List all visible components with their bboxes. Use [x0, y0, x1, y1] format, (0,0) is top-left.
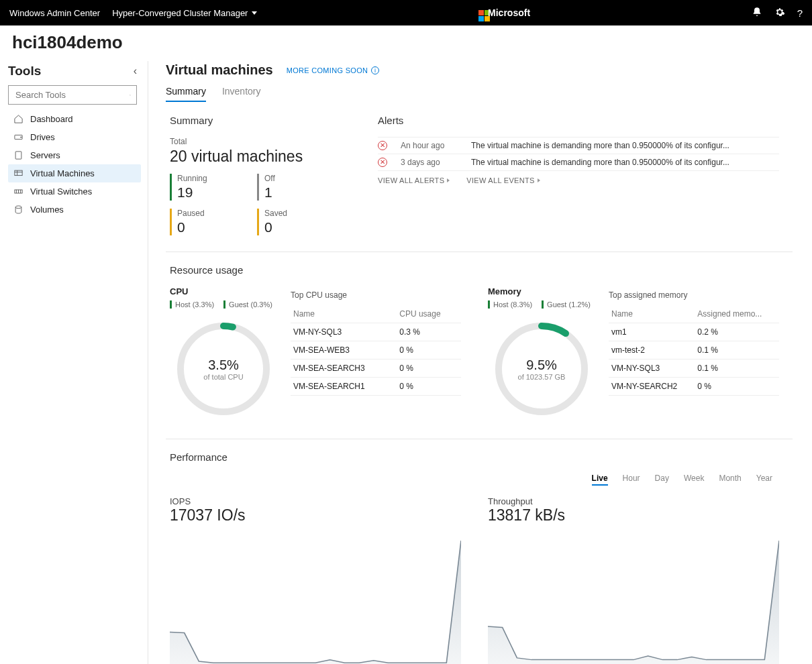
cpu-host-legend: Host (3.3%) [170, 300, 214, 309]
drive-icon [13, 132, 23, 142]
nav-drives[interactable]: Drives [8, 128, 141, 146]
table-row[interactable]: VM-NY-SQL30.3 % [291, 323, 461, 341]
main-content: Virtual machines MORE COMING SOON i Summ… [148, 61, 793, 664]
settings-gear-icon[interactable] [774, 7, 785, 19]
help-icon[interactable]: ? [797, 7, 803, 19]
nav-virtual-machines[interactable]: Virtual Machines [8, 164, 141, 182]
cpu-donut-value: 3.5% [208, 357, 239, 373]
throughput-label: Throughput [488, 496, 779, 506]
link-text: VIEW ALL ALERTS [378, 176, 444, 184]
nav-dashboard[interactable]: Dashboard [8, 110, 141, 128]
app-name[interactable]: Windows Admin Center [9, 8, 100, 18]
error-icon: ✕ [378, 158, 387, 167]
alerts-panel: Alerts ✕ An hour ago The virtual machine… [378, 115, 779, 235]
search-icon [130, 91, 131, 100]
svg-point-0 [130, 95, 130, 95]
col-name: Name [291, 305, 397, 323]
notifications-icon[interactable] [752, 7, 762, 19]
context-dropdown[interactable]: Hyper-Converged Cluster Manager [112, 8, 257, 18]
time-range-picker: Live Hour Day Week Month Year [170, 474, 772, 486]
info-icon: i [371, 66, 379, 74]
more-coming-soon-link[interactable]: MORE COMING SOON i [287, 66, 380, 74]
page-title: Virtual machines [166, 62, 273, 78]
alert-row[interactable]: ✕ 3 days ago The virtual machine is dema… [378, 154, 779, 171]
view-all-events-link[interactable]: VIEW ALL EVENTS [466, 176, 540, 184]
cluster-name: hci1804demo [12, 32, 123, 52]
cpu-donut-sub: of total CPU [203, 373, 243, 381]
tab-summary[interactable]: Summary [166, 86, 206, 102]
tools-search[interactable] [8, 85, 137, 105]
nav-virtual-switches[interactable]: Virtual Switches [8, 182, 141, 201]
table-row[interactable]: vm10.2 % [609, 323, 779, 341]
alert-message: The virtual machine is demanding more th… [471, 158, 779, 167]
range-year[interactable]: Year [756, 474, 772, 486]
throughput-chart: 0 [488, 535, 779, 664]
cell-val: 0 % [695, 378, 779, 396]
coming-soon-text: MORE COMING SOON [287, 66, 368, 74]
range-hour[interactable]: Hour [623, 474, 640, 486]
mem-donut-sub: of 1023.57 GB [518, 373, 566, 381]
stat-value: 0 [264, 219, 287, 235]
table-row[interactable]: VM-SEA-SEARCH10 % [291, 378, 461, 396]
summary-heading: Summary [170, 115, 351, 126]
cpu-guest-legend: Guest (0.3%) [223, 300, 272, 309]
nav-servers[interactable]: Servers [8, 146, 141, 164]
cpu-block: CPU Host (3.3%) Guest (0.3%) 3.5% [170, 286, 461, 423]
svg-line-1 [130, 95, 131, 96]
cluster-title-bar: hci1804demo [0, 25, 812, 61]
mem-donut-value: 9.5% [526, 357, 557, 373]
cell-val: 0 % [397, 341, 461, 359]
nav-label: Drives [30, 132, 55, 142]
nav-volumes[interactable]: Volumes [8, 201, 141, 219]
alert-time: 3 days ago [401, 158, 458, 167]
table-row[interactable]: VM-NY-SEARCH20 % [609, 378, 779, 396]
range-month[interactable]: Month [719, 474, 741, 486]
tools-sidebar: Tools ‹ Dashboard Drives Servers Virtual… [0, 61, 146, 664]
chevron-right-icon [447, 178, 450, 182]
nav-label: Virtual Machines [30, 168, 95, 178]
memory-title: Memory [488, 286, 595, 296]
cell-val: 0.1 % [695, 341, 779, 359]
chevron-right-icon [538, 178, 540, 182]
tab-inventory[interactable]: Inventory [222, 86, 261, 102]
cell-name: VM-NY-SQL3 [609, 359, 695, 378]
svg-point-12 [15, 206, 21, 209]
view-all-alerts-link[interactable]: VIEW ALL ALERTS [378, 176, 450, 184]
performance-section: Performance Live Hour Day Week Month Yea… [166, 439, 793, 664]
alert-time: An hour ago [401, 141, 458, 150]
collapse-sidebar-icon[interactable]: ‹ [134, 65, 137, 77]
iops-label: IOPS [170, 496, 461, 506]
stat-label: Off [264, 174, 275, 183]
table-row[interactable]: VM-NY-SQL30.1 % [609, 359, 779, 378]
iops-card: IOPS 17037 IO/s 0 60 Seconds ago Now [170, 496, 461, 664]
table-row[interactable]: VM-SEA-WEB30 % [291, 341, 461, 359]
range-day[interactable]: Day [655, 474, 669, 486]
cell-val: 0.1 % [695, 359, 779, 378]
cell-name: vm-test-2 [609, 341, 695, 359]
table-row[interactable]: VM-SEA-SEARCH30 % [291, 359, 461, 378]
cell-name: VM-NY-SEARCH2 [609, 378, 695, 396]
total-value: 20 virtual machines [170, 148, 351, 166]
alert-row[interactable]: ✕ An hour ago The virtual machine is dem… [378, 137, 779, 154]
performance-heading: Performance [170, 451, 779, 463]
range-week[interactable]: Week [684, 474, 704, 486]
summary-totals: Summary Total 20 virtual machines Runnin… [170, 115, 351, 235]
cpu-donut: 3.5% of total CPU [170, 315, 277, 423]
range-live[interactable]: Live [592, 474, 608, 486]
stat-label: Paused [177, 209, 244, 218]
server-icon [13, 150, 23, 160]
alerts-heading: Alerts [378, 115, 779, 126]
cell-name: VM-SEA-WEB3 [291, 341, 397, 359]
svg-rect-4 [15, 152, 21, 159]
error-icon: ✕ [378, 141, 387, 150]
chevron-down-icon [252, 11, 257, 15]
stat-off: Off 1 [257, 174, 275, 201]
context-label: Hyper-Converged Cluster Manager [112, 8, 248, 18]
nav-label: Servers [30, 150, 60, 160]
brand: Microsoft [257, 7, 751, 18]
tools-search-input[interactable] [14, 89, 130, 101]
stat-paused: Paused 0 [170, 209, 244, 235]
total-label: Total [170, 137, 351, 146]
table-row[interactable]: vm-test-20.1 % [609, 341, 779, 359]
stat-value: 1 [264, 184, 275, 201]
